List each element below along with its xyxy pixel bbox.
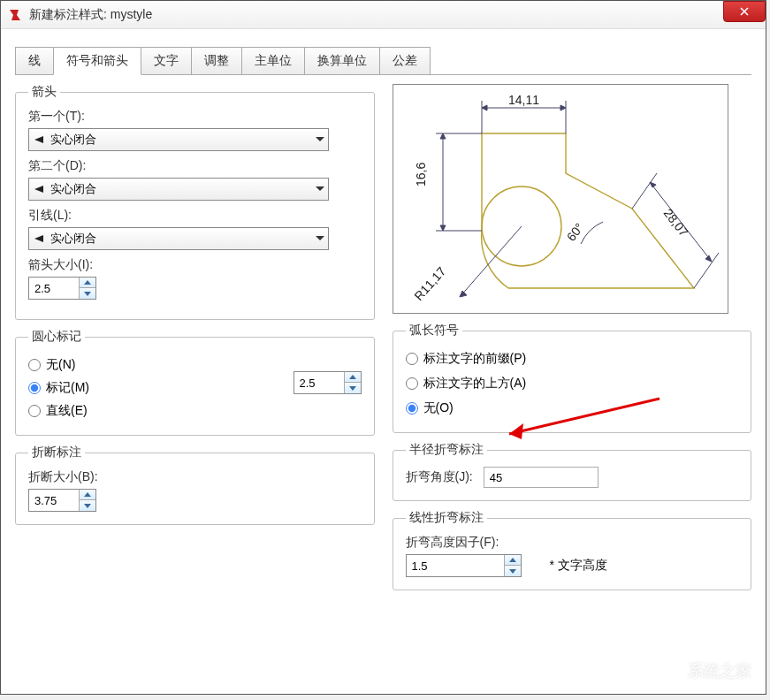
center-none-label: 无(N): [46, 357, 75, 373]
center-line-label: 直线(E): [46, 403, 88, 419]
left-column: 箭头 第一个(T): 实心闭合 第二个(D): 实心闭合: [15, 84, 375, 590]
chevron-up-icon: [349, 375, 356, 379]
arc-prefix-label: 标注文字的前缀(P): [423, 351, 527, 367]
watermark: 系统之家: [658, 658, 751, 683]
preview-pane: 14,11 16,6 28,07 60° R11,17: [393, 84, 728, 314]
radius-jog-legend: 半径折弯标注: [406, 442, 487, 458]
jog-height-suffix: * 文字高度: [550, 558, 607, 574]
watermark-text: 系统之家: [688, 660, 751, 681]
radio-input[interactable]: [406, 377, 418, 390]
spinner-down[interactable]: [345, 383, 361, 393]
arrowheads-group: 箭头 第一个(T): 实心闭合 第二个(D): 实心闭合: [15, 84, 375, 320]
dim-break-legend: 折断标注: [28, 445, 85, 460]
second-arrow-dropdown[interactable]: 实心闭合: [28, 178, 329, 201]
radio-input[interactable]: [406, 402, 418, 415]
arc-none-radio[interactable]: 无(O): [406, 397, 739, 420]
dialog-window: 新建标注样式: mystyle 线 符号和箭头 文字 调整 主单位 换算单位 公…: [0, 0, 766, 695]
center-mark-label: 标记(M): [46, 380, 89, 396]
arc-symbol-legend: 弧长符号: [406, 323, 462, 339]
spinner-up[interactable]: [80, 490, 95, 500]
linear-jog-legend: 线性折弯标注: [406, 510, 487, 526]
chevron-down-icon: [316, 137, 324, 142]
spinner-down[interactable]: [80, 288, 95, 299]
break-size-input[interactable]: [29, 490, 79, 511]
first-arrow-value: 实心闭合: [50, 132, 96, 148]
right-column: 14,11 16,6 28,07 60° R11,17 弧长符号 标注文字的前缀…: [393, 84, 752, 590]
center-mark-radio[interactable]: 标记(M): [28, 377, 258, 399]
tab-symbols-arrows[interactable]: 符号和箭头: [53, 47, 141, 75]
leader-arrow-label: 引线(L):: [28, 208, 362, 224]
jog-height-input[interactable]: [407, 555, 504, 576]
arrow-filled-icon: [34, 134, 45, 145]
arrow-filled-icon: [34, 233, 45, 244]
leader-arrow-dropdown[interactable]: 实心闭合: [28, 227, 329, 250]
arrow-size-input[interactable]: [29, 278, 79, 299]
break-size-label: 折断大小(B):: [28, 469, 362, 485]
spinner-up[interactable]: [80, 278, 95, 288]
tab-alternate-units[interactable]: 换算单位: [304, 47, 380, 74]
radio-input[interactable]: [28, 382, 41, 394]
close-button[interactable]: [723, 1, 766, 22]
chevron-down-icon: [316, 236, 324, 241]
svg-line-7: [632, 173, 657, 209]
jog-height-spinner[interactable]: [406, 554, 522, 577]
chevron-up-icon: [84, 280, 91, 285]
chevron-down-icon: [349, 386, 356, 391]
svg-text:R11,17: R11,17: [411, 264, 448, 303]
jog-angle-label: 折弯角度(J):: [406, 469, 473, 485]
tab-fit[interactable]: 调整: [191, 47, 242, 74]
chevron-down-icon: [316, 186, 324, 192]
arrow-size-spinner[interactable]: [28, 277, 96, 300]
titlebar: 新建标注样式: mystyle: [1, 1, 766, 29]
radio-input[interactable]: [28, 359, 41, 371]
center-line-radio[interactable]: 直线(E): [28, 399, 258, 422]
chevron-down-icon: [509, 569, 516, 574]
arrow-filled-icon: [34, 184, 45, 194]
svg-text:14,11: 14,11: [508, 93, 539, 107]
break-size-spinner[interactable]: [28, 489, 96, 512]
chevron-down-icon: [84, 504, 91, 508]
first-arrow-dropdown[interactable]: 实心闭合: [28, 128, 329, 151]
jog-angle-input[interactable]: [484, 467, 598, 488]
center-size-input[interactable]: [294, 372, 344, 393]
arc-above-label: 标注文字的上方(A): [423, 376, 527, 392]
tabs: 线 符号和箭头 文字 调整 主单位 换算单位 公差: [15, 47, 751, 75]
spinner-down[interactable]: [505, 566, 521, 576]
svg-text:28,07: 28,07: [660, 206, 690, 240]
leader-arrow-value: 实心闭合: [50, 231, 96, 247]
chevron-down-icon: [84, 292, 91, 296]
tab-body: 箭头 第一个(T): 实心闭合 第二个(D): 实心闭合: [15, 75, 751, 590]
jog-height-label: 折弯高度因子(F):: [406, 535, 739, 551]
radius-jog-group: 半径折弯标注 折弯角度(J):: [393, 442, 752, 501]
arc-above-radio[interactable]: 标注文字的上方(A): [406, 372, 739, 395]
center-mark-group: 圆心标记 无(N) 标记(M): [15, 329, 375, 436]
close-icon: [739, 6, 750, 17]
arrow-size-label: 箭头大小(I):: [28, 257, 362, 273]
radio-input[interactable]: [406, 353, 418, 365]
center-size-spinner[interactable]: [294, 371, 362, 394]
tab-text[interactable]: 文字: [141, 47, 192, 74]
arrowheads-legend: 箭头: [28, 84, 60, 100]
tab-tolerances[interactable]: 公差: [379, 47, 431, 74]
chevron-up-icon: [84, 492, 91, 497]
tab-lines[interactable]: 线: [15, 47, 54, 74]
second-arrow-value: 实心闭合: [50, 181, 96, 197]
arc-prefix-radio[interactable]: 标注文字的前缀(P): [406, 347, 739, 370]
app-icon: [8, 8, 22, 22]
svg-text:16,6: 16,6: [414, 163, 428, 186]
tab-primary-units[interactable]: 主单位: [241, 47, 305, 74]
second-arrow-label: 第二个(D):: [28, 158, 362, 174]
svg-line-10: [460, 226, 522, 297]
linear-jog-group: 线性折弯标注 折弯高度因子(F): * 文字高度: [393, 510, 752, 590]
radio-input[interactable]: [28, 405, 41, 417]
center-none-radio[interactable]: 无(N): [28, 354, 258, 377]
arc-symbol-group: 弧长符号 标注文字的前缀(P) 标注文字的上方(A) 无(O): [393, 323, 752, 433]
window-title: 新建标注样式: mystyle: [29, 7, 152, 23]
spinner-up[interactable]: [505, 555, 521, 566]
center-mark-legend: 圆心标记: [28, 329, 85, 345]
dialog-content: 线 符号和箭头 文字 调整 主单位 换算单位 公差 箭头 第一个(T): 实心闭…: [1, 29, 766, 694]
dim-break-group: 折断标注 折断大小(B):: [15, 445, 375, 525]
chevron-up-icon: [509, 558, 516, 562]
spinner-down[interactable]: [80, 500, 95, 511]
spinner-up[interactable]: [345, 372, 361, 383]
